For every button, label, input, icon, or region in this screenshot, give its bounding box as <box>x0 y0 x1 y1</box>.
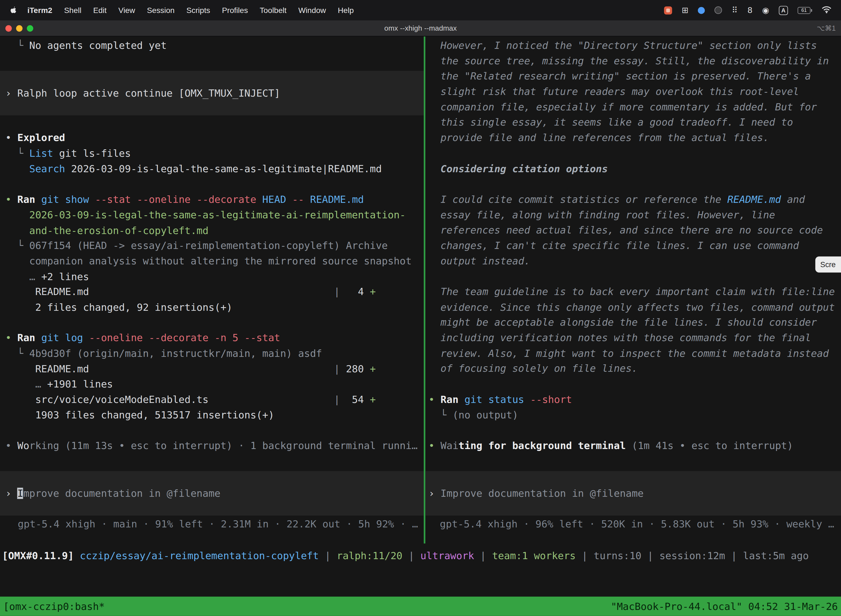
text-segment: + <box>370 363 376 374</box>
input-text: Improve documentation in @filename <box>441 487 644 499</box>
text-segment: (1m 41s • esc to interrupt) <box>631 440 793 451</box>
text-segment <box>5 378 35 390</box>
text-segment: rking <box>29 440 59 451</box>
text-segment <box>5 224 29 236</box>
digit-8-icon[interactable]: 8 <box>747 6 753 14</box>
blue-app-icon[interactable] <box>698 7 705 13</box>
menu-bar: iTerm2 ShellEditViewSessionScriptsProfil… <box>0 0 841 21</box>
text-segment: the source tree, missing the essay. Stil… <box>428 55 829 66</box>
text-segment: --short <box>530 394 572 405</box>
text-segment: Ran <box>18 332 41 343</box>
wifi-icon[interactable] <box>822 6 831 15</box>
target-icon[interactable]: ◉ <box>762 6 769 14</box>
terminal-line: essay file, along with finding root file… <box>425 207 841 223</box>
menu-item-profiles[interactable]: Profiles <box>216 6 254 14</box>
menu-item-help[interactable]: Help <box>332 6 360 14</box>
text-segment: • <box>428 394 440 405</box>
screen-recording-icon[interactable] <box>664 6 672 14</box>
terminal-line: companion analysis without altering the … <box>0 254 424 269</box>
text-segment: | <box>334 363 340 374</box>
terminal-line: Considering citation options <box>425 161 841 177</box>
text-segment <box>626 440 632 451</box>
terminal-line: including verification notes with those … <box>425 331 841 346</box>
prompt-input-right[interactable]: › Improve documentation in @filename <box>425 471 841 515</box>
input-source-icon[interactable]: A <box>779 6 788 15</box>
text-segment: | <box>725 550 743 561</box>
menu-item-session[interactable]: Session <box>141 6 180 14</box>
terminal-line: • Explored <box>0 131 424 146</box>
menu-items: ShellEditViewSessionScriptsProfilesToolb… <box>58 6 360 14</box>
terminal-line <box>425 146 841 161</box>
text-segment: • <box>5 440 17 451</box>
dark-app-icon[interactable] <box>715 6 722 14</box>
model-status-left: gpt-5.4 xhigh · main · 91% left · 2.31M … <box>0 517 424 532</box>
menu-item-shell[interactable]: Shell <box>58 6 87 14</box>
pane-right: However, I noticed the "Directory Struct… <box>425 37 841 577</box>
terminal-line: review. Also, I might want to inspect th… <box>425 346 841 361</box>
prompt-input-left[interactable]: › Improve documentation in @filename <box>0 471 424 515</box>
text-segment: └ <box>5 148 29 159</box>
text-segment: provide file and line references from th… <box>428 132 769 143</box>
text-segment: | <box>403 550 420 561</box>
text-segment: companion file, especially if more comme… <box>428 101 817 113</box>
terminal-line <box>0 177 424 192</box>
screenshot-toast[interactable]: Scre <box>815 257 841 273</box>
menu-item-toolbelt[interactable]: Toolbelt <box>254 6 293 14</box>
grid-icon[interactable]: ⊞ <box>681 6 688 14</box>
minimize-button[interactable] <box>16 25 22 31</box>
text-segment: ting for background terminal <box>459 440 626 451</box>
terminal-line: and-the-erosion-of-copyleft.md <box>0 223 424 238</box>
zoom-button[interactable] <box>27 25 33 31</box>
omx-status-line: [OMX#0.11.9] cczip/essay/ai-reimplementa… <box>0 549 841 564</box>
text-segment: essay file, along with finding root file… <box>428 209 775 220</box>
screen: iTerm2 ShellEditViewSessionScriptsProfil… <box>0 0 841 616</box>
text-segment: Wai <box>441 440 459 451</box>
app-menu-iterm2[interactable]: iTerm2 <box>22 6 58 14</box>
text-segment: references need actual files, and since … <box>428 224 823 236</box>
window-title: omx --xhigh --madmax <box>0 24 841 32</box>
terminal-line: However, I noticed the "Directory Struct… <box>425 38 841 54</box>
text-segment: | <box>319 550 337 561</box>
terminal-line: changes, I can't cite specific file line… <box>425 238 841 254</box>
terminal-line: 1903 files changed, 513517 insertions(+) <box>0 408 424 423</box>
terminal-line: Search 2026-03-09-is-legal-the-same-as-l… <box>0 161 424 177</box>
text-segment: src/voice/voiceModeEnabled.ts <box>5 394 334 405</box>
text-segment: README.md <box>5 363 334 374</box>
terminal-line: • Working (11m 13s • esc to interrupt) ·… <box>0 438 424 454</box>
text-segment: | <box>474 550 492 561</box>
omx-status-bar: [OMX#0.11.9] cczip/essay/ai-reimplementa… <box>0 549 841 564</box>
text-segment <box>428 163 440 174</box>
text-segment: 4b9d30f (origin/main, instructkr/main, m… <box>29 348 322 359</box>
text-segment: including verification notes with those … <box>428 332 811 343</box>
text-segment: git show <box>41 194 95 205</box>
window-title-bar[interactable]: omx --xhigh --madmax ⌥⌘1 <box>0 21 841 37</box>
dots-grid-icon[interactable]: ⠿ <box>732 6 737 14</box>
text-segment: The team guideline is to back every impo… <box>428 286 835 297</box>
text-segment: git log <box>41 332 89 343</box>
battery-percent: 61 <box>798 7 811 13</box>
terminal-line: └ 4b9d30f (origin/main, instructkr/main,… <box>0 346 424 362</box>
menu-item-view[interactable]: View <box>113 6 141 14</box>
text-segment: turns:10 <box>593 550 641 561</box>
text-segment: • <box>5 132 17 144</box>
tmux-status-bar: [omx-cczip0:bash* "MacBook-Pro-44.local"… <box>0 597 841 616</box>
iterm2-window: iTerm2 ShellEditViewSessionScriptsProfil… <box>0 0 841 616</box>
text-segment: 067f154 (HEAD -> essay/ai-reimplementati… <box>29 240 388 251</box>
menu-item-window[interactable]: Window <box>293 6 332 14</box>
text-segment: ultrawork <box>420 550 474 561</box>
banner-prompt: › <box>5 87 17 98</box>
terminal-line: README.md | 4 + <box>0 285 424 300</box>
terminal-line: • Ran git status --short <box>425 392 841 408</box>
text-segment <box>5 209 29 220</box>
apple-menu-icon[interactable] <box>4 6 22 15</box>
close-button[interactable] <box>5 25 12 31</box>
menu-item-scripts[interactable]: Scripts <box>180 6 216 14</box>
menu-item-edit[interactable]: Edit <box>87 6 112 14</box>
battery-icon[interactable]: 61 <box>798 7 812 13</box>
text-segment: Wo <box>18 440 29 451</box>
text-segment: review. Also, I might want to inspect th… <box>428 348 829 359</box>
text-segment: • <box>5 194 17 205</box>
terminal-line: └ List git ls-files <box>0 146 424 161</box>
text-segment: | <box>334 286 340 298</box>
terminal-line: output instead. <box>425 254 841 269</box>
